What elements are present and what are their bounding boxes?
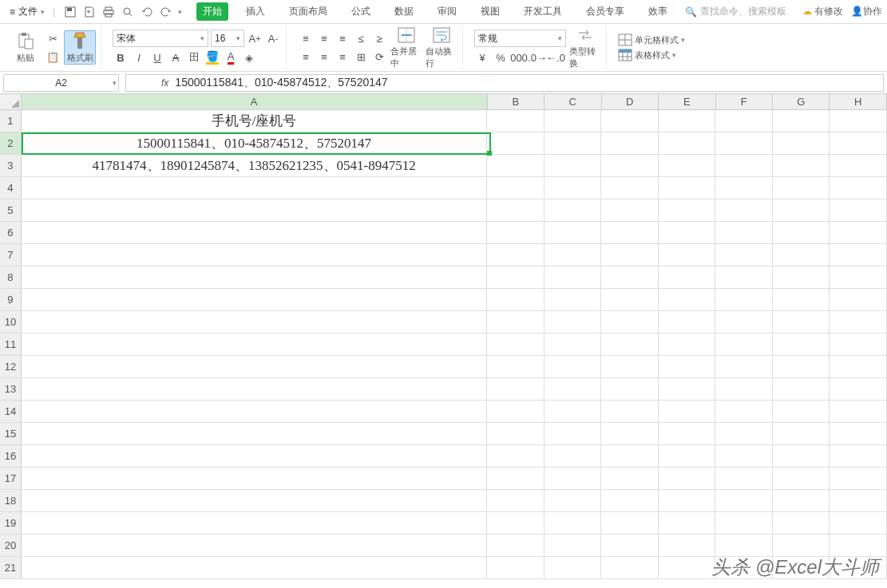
cell[interactable] xyxy=(487,177,544,199)
cut-button[interactable]: ✂ xyxy=(45,30,61,46)
cell[interactable] xyxy=(487,244,544,266)
paste-button[interactable]: 粘贴 xyxy=(10,31,42,64)
cell[interactable] xyxy=(715,356,773,377)
increase-indent-button[interactable]: ≥ xyxy=(371,30,387,46)
cell[interactable] xyxy=(487,401,544,422)
col-header-g[interactable]: G xyxy=(773,94,830,109)
cell[interactable] xyxy=(544,356,602,377)
row-header[interactable]: 8 xyxy=(0,266,22,288)
cell[interactable] xyxy=(22,244,488,266)
increase-decimal-button[interactable]: .0→ xyxy=(529,49,545,65)
cell[interactable] xyxy=(830,222,887,243)
tab-start[interactable]: 开始 xyxy=(196,2,228,21)
cell[interactable] xyxy=(22,423,488,444)
cell[interactable] xyxy=(22,557,488,578)
cell[interactable] xyxy=(715,512,773,534)
row-header[interactable]: 3 xyxy=(0,155,22,176)
cell[interactable] xyxy=(773,289,830,310)
cell[interactable] xyxy=(544,110,602,132)
cell[interactable] xyxy=(601,244,659,266)
cell[interactable] xyxy=(830,356,887,377)
cell[interactable] xyxy=(830,423,887,444)
col-header-h[interactable]: H xyxy=(830,94,886,109)
collab-link[interactable]: 👤协作 xyxy=(851,5,882,18)
font-color-button[interactable]: A xyxy=(223,49,239,65)
cell[interactable] xyxy=(659,401,716,422)
decrease-decimal-button[interactable]: ←.0 xyxy=(548,49,564,65)
cell[interactable] xyxy=(487,155,544,176)
cell[interactable] xyxy=(830,244,887,266)
cell[interactable] xyxy=(715,266,773,288)
row-header[interactable]: 16 xyxy=(0,445,22,467)
row-header[interactable]: 4 xyxy=(0,177,22,199)
percent-button[interactable]: % xyxy=(493,49,509,65)
row-header[interactable]: 2 xyxy=(0,132,22,154)
cell[interactable] xyxy=(773,356,830,377)
cell[interactable] xyxy=(601,378,659,400)
col-header-a[interactable]: A xyxy=(22,94,488,109)
cell[interactable] xyxy=(773,468,830,489)
cell[interactable] xyxy=(487,356,544,377)
cell[interactable] xyxy=(601,155,659,176)
cell[interactable] xyxy=(22,333,488,355)
cell[interactable] xyxy=(659,244,716,266)
cell[interactable] xyxy=(715,155,773,176)
cell[interactable] xyxy=(830,289,887,310)
increase-font-button[interactable]: A+ xyxy=(247,30,263,46)
currency-button[interactable]: ¥ xyxy=(474,49,490,65)
cell[interactable] xyxy=(659,378,716,400)
cell[interactable] xyxy=(544,244,602,266)
cell[interactable] xyxy=(544,155,602,176)
row-header[interactable]: 21 xyxy=(0,557,22,578)
cell[interactable] xyxy=(601,132,659,154)
cell[interactable] xyxy=(773,423,830,444)
cell-format-button[interactable]: 单元格样式▾ xyxy=(618,34,685,46)
cell[interactable] xyxy=(715,490,773,511)
cell[interactable] xyxy=(22,445,488,467)
cell[interactable] xyxy=(773,132,830,154)
cell[interactable] xyxy=(830,490,887,511)
cell[interactable] xyxy=(715,333,773,355)
row-header[interactable]: 20 xyxy=(0,535,22,556)
cell[interactable] xyxy=(773,378,830,400)
row-header[interactable]: 13 xyxy=(0,378,22,400)
row-header[interactable]: 6 xyxy=(0,222,22,243)
cell[interactable] xyxy=(773,155,830,176)
cell[interactable] xyxy=(773,445,830,467)
cell[interactable] xyxy=(659,266,716,288)
cell[interactable] xyxy=(659,356,716,377)
cell[interactable] xyxy=(773,333,830,355)
table-style-button[interactable]: 表格样式▾ xyxy=(618,49,685,61)
cell[interactable] xyxy=(601,557,659,578)
cell[interactable] xyxy=(487,199,544,221)
cell[interactable] xyxy=(773,401,830,422)
effects-button[interactable]: ◈ xyxy=(241,49,257,65)
cell[interactable] xyxy=(715,132,773,154)
type-convert-button[interactable]: 类型转换 xyxy=(569,26,601,69)
cell[interactable] xyxy=(659,490,716,511)
row-header[interactable]: 7 xyxy=(0,244,22,266)
bold-button[interactable]: B xyxy=(113,49,129,65)
col-header-f[interactable]: F xyxy=(716,94,773,109)
row-header[interactable]: 19 xyxy=(0,512,22,534)
row-header[interactable]: 18 xyxy=(0,490,22,511)
italic-button[interactable]: I xyxy=(131,49,147,65)
cell[interactable] xyxy=(544,266,602,288)
cell[interactable] xyxy=(487,557,544,578)
cell[interactable] xyxy=(659,535,716,556)
cell[interactable] xyxy=(715,445,773,467)
cell[interactable] xyxy=(659,155,716,176)
border-button[interactable]: 田 xyxy=(186,49,202,65)
cell[interactable] xyxy=(22,199,488,221)
cell[interactable] xyxy=(659,311,716,333)
underline-button[interactable]: U xyxy=(149,49,165,65)
cell[interactable] xyxy=(830,445,887,467)
cell[interactable] xyxy=(544,311,602,333)
cell[interactable] xyxy=(22,266,488,288)
cell[interactable] xyxy=(601,266,659,288)
cell[interactable] xyxy=(830,266,887,288)
tab-formula[interactable]: 公式 xyxy=(345,2,377,21)
cell[interactable] xyxy=(601,333,659,355)
cell[interactable] xyxy=(601,512,659,534)
cell[interactable]: 15000115841、010-45874512、57520147 xyxy=(22,132,488,154)
